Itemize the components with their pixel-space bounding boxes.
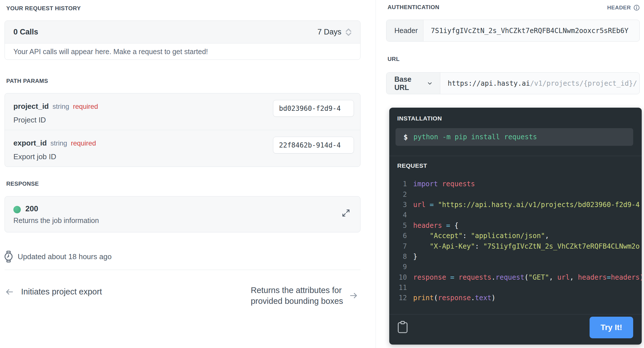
try-it-button[interactable]: Try It! xyxy=(590,317,633,338)
code-line: 1import requests xyxy=(389,179,642,189)
url-base-part: https://api.hasty.ai xyxy=(448,79,530,87)
param-description: Project ID xyxy=(13,116,46,124)
line-number: 9 xyxy=(389,263,407,271)
code-text: import requests xyxy=(413,180,475,188)
param-row-project-id: project_id string required Project ID bd… xyxy=(5,93,360,130)
expand-icon[interactable] xyxy=(341,208,350,218)
code-line: 9 xyxy=(389,262,642,272)
column-divider xyxy=(376,0,376,348)
response-card: 200 Returns the job information xyxy=(5,196,360,232)
line-number: 11 xyxy=(389,284,407,292)
line-number: 7 xyxy=(389,242,407,250)
code-text: print(response.text) xyxy=(413,294,496,302)
arrow-right-icon xyxy=(349,291,358,300)
base-url-label: Base URL xyxy=(394,75,425,92)
period-value: 7 Days xyxy=(317,28,341,36)
panel-divider xyxy=(389,314,642,314)
code-line: 5headers = { xyxy=(389,220,642,231)
request-history-header: 0 Calls 7 Days xyxy=(5,21,360,44)
param-name: project_id xyxy=(13,102,49,111)
auth-kind-badge: HEADER xyxy=(607,5,640,11)
line-number: 1 xyxy=(389,180,407,188)
base-url-dropdown[interactable]: Base URL xyxy=(386,73,440,94)
status-code: 200 xyxy=(25,204,38,213)
copy-code-button[interactable] xyxy=(397,321,408,335)
chevron-down-icon xyxy=(428,82,432,85)
param-type: string xyxy=(52,103,69,110)
code-text: headers = { xyxy=(413,222,458,230)
param-type: string xyxy=(50,139,67,147)
calls-count: 0 Calls xyxy=(13,28,38,36)
param-description: Export job ID xyxy=(13,152,56,161)
code-text: "X-Api-Key": "7S1iyfgIVcZtN_2s_VhCZkt7eR… xyxy=(413,242,640,250)
info-icon[interactable] xyxy=(633,5,640,11)
line-number: 2 xyxy=(389,191,407,198)
install-command-box[interactable]: $ python -m pip install requests xyxy=(396,128,633,146)
url-value: https://api.hasty.ai/v1/projects/{projec… xyxy=(440,73,637,94)
next-link-label: Returns the attributes for provided boun… xyxy=(251,285,343,306)
code-lines: 1import requests23url = "https://api.has… xyxy=(389,179,642,303)
status-dot xyxy=(13,206,21,213)
path-params-title: PATH PARAMS xyxy=(6,78,48,84)
line-number: 3 xyxy=(389,201,407,209)
updated-text: Updated about 18 hours ago xyxy=(18,252,112,261)
code-text: response = requests.request("GET", url, … xyxy=(413,273,642,281)
period-select[interactable]: 7 Days xyxy=(317,28,352,36)
param-name: export_id xyxy=(13,139,47,148)
code-line: 12print(response.text) xyxy=(389,293,642,303)
response-title: RESPONSE xyxy=(6,181,39,187)
next-link-line2: provided bounding boxes xyxy=(251,296,343,306)
url-path-part: /v1/projects/{project_id}/ xyxy=(530,79,637,87)
code-panel: INSTALLATION $ python -m pip install req… xyxy=(389,108,642,345)
request-history-title: YOUR REQUEST HISTORY xyxy=(6,5,81,12)
api-key-input[interactable]: 7S1iyfgIVcZtN_2s_VhCZkt7eRQFB4CLNwm2ooxc… xyxy=(423,20,629,41)
auth-header-field: Header 7S1iyfgIVcZtN_2s_VhCZkt7eRQFB4CLN… xyxy=(386,20,640,42)
param-required-flag: required xyxy=(71,139,96,147)
panel-divider xyxy=(389,156,642,156)
request-history-card: 0 Calls 7 Days Your API calls will appea… xyxy=(5,21,360,60)
clipboard-icon xyxy=(397,321,408,334)
pagination-next-link[interactable]: Returns the attributes for provided boun… xyxy=(251,285,358,306)
auth-kind-label: HEADER xyxy=(607,5,631,11)
code-line: 6 "Accept": "application/json", xyxy=(389,231,642,241)
watch-icon xyxy=(3,251,14,263)
export-id-input[interactable]: 22f8462b-914d-4 xyxy=(273,137,354,153)
code-text: url = "https://api.hasty.ai/v1/projects/… xyxy=(413,201,640,209)
url-field: Base URL https://api.hasty.ai/v1/project… xyxy=(386,72,640,94)
prev-link-label: Initiates project export xyxy=(21,287,102,296)
installation-title: INSTALLATION xyxy=(397,115,442,122)
shell-prompt: $ xyxy=(403,133,408,141)
pagination-prev-link[interactable]: Initiates project export xyxy=(5,287,102,296)
request-history-empty-message: Your API calls will appear here. Make a … xyxy=(5,44,360,60)
line-number: 4 xyxy=(389,211,407,219)
code-line: 11 xyxy=(389,283,642,293)
line-number: 5 xyxy=(389,222,407,230)
path-params-card: project_id string required Project ID bd… xyxy=(5,93,360,167)
param-head: project_id string required xyxy=(13,102,98,111)
code-line: 2 xyxy=(389,189,642,199)
select-chevrons-icon xyxy=(345,28,352,36)
footer-divider xyxy=(5,270,360,270)
left-column: YOUR REQUEST HISTORY 0 Calls 7 Days Your… xyxy=(5,0,360,348)
code-text: "Accept": "application/json", xyxy=(413,232,549,240)
line-number: 12 xyxy=(389,294,407,302)
arrow-left-icon xyxy=(5,288,14,296)
line-number: 6 xyxy=(389,232,407,240)
updated-row: Updated about 18 hours ago xyxy=(3,251,112,263)
code-line: 4 xyxy=(389,210,642,220)
response-description: Returns the job information xyxy=(13,216,99,225)
install-command: python -m pip install requests xyxy=(413,133,537,141)
code-line: 10response = requests.request("GET", url… xyxy=(389,272,642,283)
line-number: 8 xyxy=(389,253,407,261)
code-line: 3url = "https://api.hasty.ai/v1/projects… xyxy=(389,200,642,210)
request-title: REQUEST xyxy=(397,162,427,169)
project-id-input[interactable]: bd023960-f2d9-4 xyxy=(273,100,354,117)
param-head: export_id string required xyxy=(13,139,96,148)
code-line: 8} xyxy=(389,251,642,262)
url-title: URL xyxy=(388,56,400,62)
auth-field-label: Header xyxy=(386,20,423,41)
authentication-title: AUTHENTICATION xyxy=(388,4,439,11)
param-required-flag: required xyxy=(73,103,98,110)
code-text: } xyxy=(413,253,417,261)
param-row-export-id: export_id string required Export job ID … xyxy=(5,130,360,167)
